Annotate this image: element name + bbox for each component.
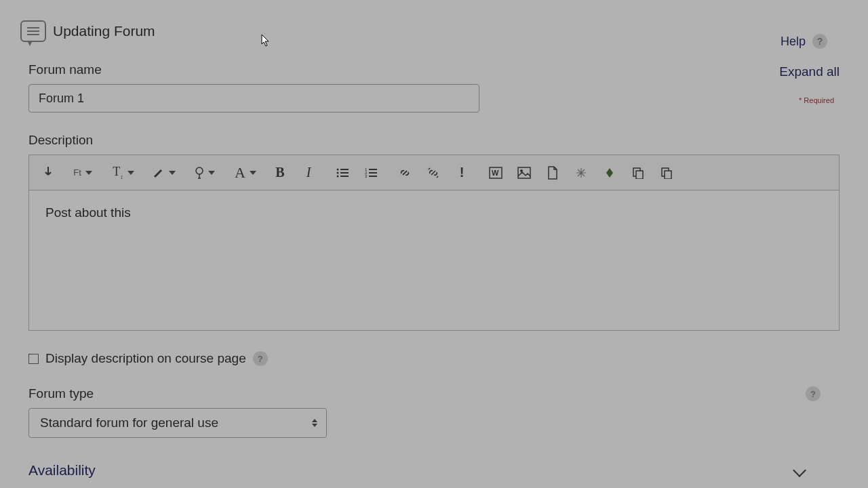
unlink-button[interactable] bbox=[421, 161, 446, 185]
editor-content: Post about this bbox=[45, 205, 131, 220]
availability-section-header[interactable]: Availability bbox=[28, 462, 840, 479]
highlight-dropdown[interactable] bbox=[146, 161, 182, 185]
forum-type-label: Forum type bbox=[28, 386, 840, 401]
italic-button[interactable]: I bbox=[296, 161, 321, 185]
chevron-down-icon bbox=[793, 464, 806, 477]
page-title: Updating Forum bbox=[53, 23, 155, 39]
alert-icon[interactable]: ! bbox=[450, 161, 474, 185]
svg-point-1 bbox=[337, 168, 339, 170]
expand-all-link[interactable]: Expand all bbox=[779, 64, 840, 79]
bullet-list-button[interactable] bbox=[330, 161, 355, 185]
svg-text:3: 3 bbox=[365, 174, 368, 178]
svg-rect-4 bbox=[340, 172, 349, 174]
copy-button[interactable] bbox=[626, 161, 650, 185]
svg-rect-20 bbox=[665, 171, 671, 179]
svg-rect-2 bbox=[340, 169, 349, 170]
svg-rect-18 bbox=[636, 171, 643, 179]
forum-type-help-icon[interactable]: ? bbox=[806, 386, 821, 401]
forum-type-select[interactable]: Standard forum for general use bbox=[28, 408, 327, 438]
svg-rect-12 bbox=[369, 176, 377, 177]
forum-name-label: Forum name bbox=[28, 62, 840, 77]
word-import-icon[interactable]: W bbox=[484, 161, 508, 185]
svg-text:W: W bbox=[492, 169, 499, 177]
svg-point-5 bbox=[337, 175, 339, 177]
file-button[interactable] bbox=[540, 161, 565, 185]
numbered-list-button[interactable]: 123 bbox=[359, 161, 383, 185]
select-caret-icon bbox=[312, 419, 317, 427]
display-description-checkbox[interactable] bbox=[28, 354, 39, 364]
display-description-help-icon[interactable]: ? bbox=[253, 351, 268, 366]
description-editor[interactable]: Post about this bbox=[28, 190, 840, 331]
svg-point-3 bbox=[337, 171, 339, 174]
recycle-icon[interactable] bbox=[597, 161, 622, 185]
help-icon[interactable]: ? bbox=[812, 34, 827, 49]
forum-name-input[interactable] bbox=[28, 84, 479, 113]
image-button[interactable] bbox=[512, 161, 536, 185]
description-label: Description bbox=[28, 133, 840, 148]
required-note: Required bbox=[799, 96, 834, 104]
bold-button[interactable]: B bbox=[268, 161, 292, 185]
svg-rect-8 bbox=[369, 169, 377, 170]
svg-point-0 bbox=[196, 167, 203, 174]
marker-dropdown[interactable] bbox=[186, 161, 223, 185]
link-button[interactable] bbox=[393, 161, 417, 185]
paste-button[interactable] bbox=[654, 161, 679, 185]
cursor-icon bbox=[261, 34, 271, 47]
font-family-dropdown[interactable]: Ft bbox=[64, 161, 101, 185]
svg-rect-10 bbox=[369, 172, 377, 174]
forum-icon bbox=[20, 20, 46, 42]
editor-toolbar: Ft T↕ A B I 123 ! W bbox=[28, 155, 840, 190]
toolbar-toggle-icon[interactable] bbox=[36, 161, 60, 185]
availability-title: Availability bbox=[28, 462, 96, 479]
font-size-dropdown[interactable]: T↕ bbox=[105, 161, 142, 185]
svg-rect-15 bbox=[518, 167, 530, 178]
help-link[interactable]: Help bbox=[781, 35, 806, 49]
svg-rect-6 bbox=[340, 176, 349, 177]
font-format-dropdown[interactable]: A bbox=[227, 161, 264, 185]
sparkle-icon[interactable] bbox=[569, 161, 593, 185]
display-description-label: Display description on course page bbox=[45, 351, 246, 366]
